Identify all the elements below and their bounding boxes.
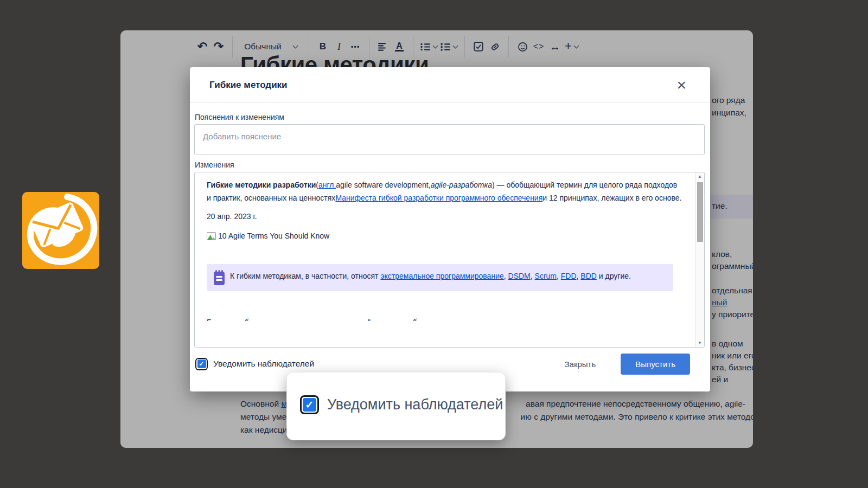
scroll-up-icon[interactable]: ▲ (698, 174, 702, 179)
chevron-down-icon (292, 43, 298, 48)
checkmark-icon: ✓ (303, 398, 316, 412)
changes-content: Гибкие методики разработки(англ.agile so… (195, 172, 695, 347)
background-text-fragment: клов, (712, 249, 732, 259)
magnified-checkbox-row: ✓ Уведомить наблюдателей (300, 395, 503, 414)
comment-label: Пояснения к изменениям (195, 113, 284, 121)
changes-paragraph: Гибкие методики разработки(англ.agile so… (207, 179, 682, 204)
changes-date: 20 апр. 2023 г. (207, 210, 682, 223)
close-button[interactable]: Закрыть (565, 359, 596, 369)
background-text-fragment: ограммный (712, 261, 753, 271)
broken-image-icon (207, 232, 216, 240)
background-text-fragment: ого ряда (712, 95, 745, 105)
layout-width-button[interactable]: ↔ (547, 38, 563, 55)
checkmark-icon: ✓ (197, 359, 206, 368)
background-text-fragment: ник или его (712, 351, 753, 361)
emoji-button[interactable] (514, 38, 531, 55)
scrollbar[interactable]: ▲ ▼ (695, 172, 704, 347)
background-text-fragment: авая предпочтение непосредственному обще… (526, 399, 745, 409)
publish-dialog: Гибкие методики × Пояснения к изменениям… (190, 67, 710, 391)
magnifier-popup: ✓ Уведомить наблюдателей (286, 372, 506, 440)
email-swirl-logo[interactable] (22, 192, 99, 269)
background-text-fragment: методы уме (240, 412, 286, 422)
align-left-icon (378, 43, 388, 51)
publish-button[interactable]: Выпустить (621, 354, 690, 375)
bullet-list-icon (420, 43, 431, 51)
comment-input[interactable] (194, 124, 705, 155)
background-text-fragment: у приоритетов (712, 310, 753, 319)
close-icon[interactable]: × (676, 77, 686, 93)
emoji-icon (518, 42, 528, 52)
code-button[interactable]: <> (531, 38, 547, 55)
bullet-list-button[interactable] (419, 43, 439, 51)
broken-image-row: 10 Agile Terms You Should Know (207, 230, 682, 243)
note-panel-text: К гибким методикам, в частности, относят… (230, 270, 631, 285)
chevron-down-icon (433, 43, 438, 48)
numbered-list-button[interactable] (439, 43, 459, 51)
text-style-value: Обычный (244, 42, 282, 52)
task-checkbox-icon (474, 42, 483, 52)
changes-preview: Гибкие методики разработки(англ.agile so… (194, 172, 705, 348)
dialog-title: Гибкие методики (209, 80, 288, 91)
toolbar-separator (464, 36, 465, 57)
chevron-down-icon (453, 43, 458, 48)
notify-watchers-label: Уведомить наблюдателей (213, 359, 314, 369)
clipped-text: б (413, 316, 417, 321)
background-text-fragment: ию с другими методами. Это привело к кри… (521, 412, 753, 422)
background-text-fragment: Основной м (240, 399, 287, 409)
undo-button[interactable]: ↶ (194, 38, 210, 55)
notify-watchers-label-magnified: Уведомить наблюдателей (327, 396, 503, 413)
background-text-fragment: инципах, (712, 108, 746, 118)
background-text-fragment: ей и (712, 375, 728, 384)
dialog-footer: ✓ Уведомить наблюдателей Закрыть Выпусти… (195, 353, 690, 375)
background-link-fragment: ный (712, 298, 727, 307)
clipped-text: б (245, 316, 249, 321)
notify-watchers-checkbox[interactable]: ✓ (195, 358, 208, 370)
clipped-text: Б (207, 316, 212, 321)
scrollbar-thumb[interactable] (697, 182, 703, 242)
screen: ↶ ↷ Обычный B I ••• A (0, 0, 868, 488)
background-text-fragment: как недисци (240, 425, 288, 435)
toolbar-separator (232, 36, 233, 57)
redo-button[interactable]: ↷ (210, 38, 227, 55)
dialog-header: Гибкие методики (190, 67, 710, 103)
chevron-down-icon (573, 43, 579, 48)
background-text: Основной (240, 399, 281, 408)
text-color-button[interactable]: A (395, 42, 404, 52)
background-text-fragment: отдельная (712, 286, 752, 296)
scroll-down-icon[interactable]: ▼ (698, 341, 702, 345)
plus-icon: + (565, 39, 572, 53)
changes-label: Изменения (195, 160, 234, 169)
note-panel: К гибким методикам, в частности, относят… (207, 264, 673, 291)
link-icon (490, 42, 500, 52)
background-text-fragment: кта, бизнес- (712, 363, 753, 373)
insert-more-button[interactable]: + (563, 40, 580, 53)
image-alt-text: 10 Agile Terms You Should Know (218, 230, 329, 243)
toolbar-separator (508, 36, 509, 57)
background-text-fragment: тие. (712, 201, 727, 211)
clipped-text-line: Б б " б (207, 316, 682, 321)
numbered-list-icon (441, 43, 451, 51)
envelope-icon (29, 201, 84, 248)
notify-watchers-checkbox-magnified[interactable]: ✓ (300, 395, 319, 414)
insert-link-button[interactable] (487, 38, 503, 55)
task-list-button[interactable] (470, 38, 487, 55)
background-text-fragment: в одном (712, 339, 743, 349)
clipped-text: " (368, 316, 371, 321)
note-icon (214, 272, 225, 285)
